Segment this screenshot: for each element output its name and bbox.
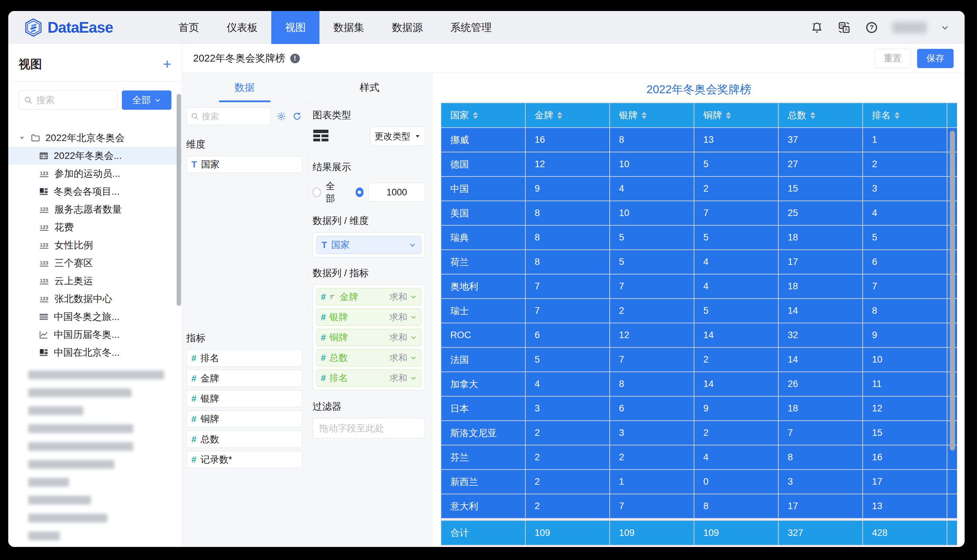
sidebar-scrollbar[interactable] [177,94,181,306]
filter-drop-zone[interactable]: 拖动字段至此处 [312,418,425,438]
cell-value[interactable]: 1 [863,128,947,152]
cell-value[interactable]: 9 [526,177,610,200]
cell-value[interactable]: 14 [694,372,778,396]
cell-value[interactable]: 5 [526,348,610,372]
scope-filter-button[interactable]: 全部 [122,90,172,110]
sidebar-item-云上奥运[interactable]: 123云上奥运 [8,272,182,290]
cell-country[interactable]: 加拿大 [441,372,525,396]
nav-item-数据源[interactable]: 数据源 [378,11,436,44]
cell-value[interactable]: 8 [526,250,610,274]
cell-value[interactable]: 32 [779,323,862,347]
cell-value[interactable]: 2 [526,494,610,518]
cell-value[interactable]: 3 [863,177,947,200]
cell-value[interactable]: 14 [779,299,862,323]
cell-value[interactable]: 8 [863,299,947,323]
radio-all[interactable] [312,187,321,197]
cell-value[interactable]: 26 [779,372,862,396]
cell-value[interactable]: 12 [526,152,610,176]
sidebar-item-中国在北京冬[interactable]: 中国在北京冬... [8,343,182,362]
cell-value[interactable]: 17 [863,470,947,493]
sort-icon[interactable] [895,112,900,119]
cell-value[interactable]: 14 [779,348,862,372]
aggregation-dropdown[interactable]: 求和 [389,311,417,323]
cell-country[interactable]: ROC [441,323,525,347]
cell-value[interactable]: 5 [694,152,778,176]
app-logo[interactable]: DataEase [23,18,113,37]
metric-field-银牌[interactable]: #银牌 [186,390,302,407]
column-header-金牌[interactable]: 金牌 [526,103,610,127]
sidebar-item-服务志愿者数量[interactable]: 123服务志愿者数量 [8,200,182,218]
cell-country[interactable]: 日本 [441,397,525,420]
sort-icon[interactable] [473,112,478,119]
user-menu-chevron-down-icon[interactable] [940,23,949,32]
cell-value[interactable]: 12 [610,323,694,347]
cell-value[interactable]: 8 [779,445,862,469]
radio-custom[interactable] [356,187,364,197]
metric-field-总数[interactable]: #总数 [186,431,302,448]
cell-value[interactable]: 5 [610,226,694,249]
help-icon[interactable]: ? [865,21,878,34]
metric-pill-总数[interactable]: #总数求和 [316,349,421,366]
cell-value[interactable]: 6 [610,397,694,420]
cell-value[interactable]: 6 [863,250,947,274]
cell-value[interactable]: 8 [610,128,694,152]
cell-value[interactable]: 17 [779,494,862,518]
metric-field-金牌[interactable]: #金牌 [186,370,302,387]
metric-pill-银牌[interactable]: #银牌求和 [316,308,421,326]
refresh-icon[interactable] [292,111,302,122]
cell-value[interactable]: 4 [526,372,610,396]
aggregation-dropdown[interactable]: 求和 [389,352,417,364]
cell-value[interactable]: 18 [779,226,862,249]
sort-icon[interactable] [642,112,646,119]
sidebar-item-三个赛区[interactable]: 123三个赛区 [8,254,182,272]
cell-country[interactable]: 瑞典 [441,226,525,249]
cell-value[interactable]: 10 [863,348,947,372]
aggregation-dropdown[interactable]: 求和 [389,372,417,384]
reset-button[interactable]: 重置 [874,49,911,68]
cell-country[interactable]: 意大利 [441,494,525,518]
metric-field-排名[interactable]: #排名 [186,350,302,367]
column-header-总数[interactable]: 总数 [779,103,862,127]
cell-value[interactable]: 2 [694,177,778,200]
cell-value[interactable]: 7 [610,494,694,518]
cell-value[interactable]: 8 [694,494,778,518]
sidebar-item-张北数据中心[interactable]: 123张北数据中心 [8,290,182,308]
column-header-铜牌[interactable]: 铜牌 [694,103,778,127]
cell-value[interactable]: 16 [863,445,947,469]
cell-country[interactable]: 美国 [441,201,525,225]
cell-value[interactable]: 8 [526,201,610,225]
cell-country[interactable]: 斯洛文尼亚 [441,421,525,445]
cell-value[interactable]: 7 [694,201,778,225]
cell-value[interactable]: 8 [526,226,610,249]
cell-value[interactable]: 7 [526,299,610,323]
cell-value[interactable]: 18 [779,397,862,420]
cell-value[interactable]: 27 [779,152,862,176]
cell-value[interactable]: 11 [863,372,947,396]
cell-value[interactable]: 7 [526,275,610,298]
field-search[interactable] [186,107,271,125]
cell-value[interactable]: 4 [694,250,778,274]
table-scrollbar[interactable] [950,131,955,451]
cell-value[interactable]: 4 [610,177,694,200]
cell-value[interactable]: 2 [694,348,778,372]
sidebar-item-中国冬奥之旅[interactable]: 中国冬奥之旅... [8,308,182,326]
sidebar-item-花费[interactable]: 123花费 [8,218,182,236]
metric-pill-铜牌[interactable]: #铜牌求和 [316,329,421,346]
nav-item-系统管理[interactable]: 系统管理 [436,11,505,44]
add-view-button[interactable]: + [163,59,172,70]
cell-value[interactable]: 7 [779,421,862,445]
cell-value[interactable]: 7 [863,275,947,298]
field-settings-gear-icon[interactable] [276,111,286,122]
cell-value[interactable]: 2 [694,421,778,445]
tree-folder[interactable]: 2022年北京冬奥会 [8,129,182,147]
metric-pill-排名[interactable]: #排名求和 [316,370,421,387]
sort-icon[interactable] [726,112,731,119]
cell-country[interactable]: 中国 [441,177,525,200]
language-translate-icon[interactable]: 中 A [837,21,851,34]
cell-country[interactable]: 德国 [441,152,525,176]
tab-data[interactable]: 数据 [182,73,307,102]
cell-value[interactable]: 13 [694,128,778,152]
cell-value[interactable]: 13 [863,494,947,518]
cell-country[interactable]: 挪威 [441,128,525,152]
cell-value[interactable]: 10 [610,152,694,176]
